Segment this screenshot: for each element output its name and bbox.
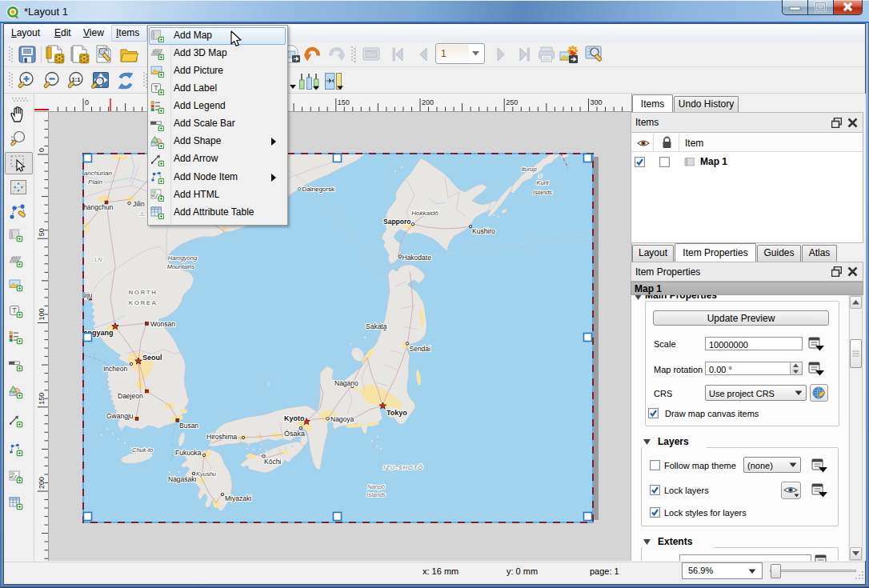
svg-text:50: 50 <box>38 228 46 236</box>
svg-text:1:1: 1:1 <box>72 76 81 83</box>
svg-text:0: 0 <box>38 148 46 152</box>
svg-text:100: 100 <box>38 308 46 320</box>
svg-text:150: 150 <box>338 98 350 106</box>
svg-text:150: 150 <box>38 393 46 405</box>
svg-text:300: 300 <box>591 98 603 106</box>
svg-text:200: 200 <box>38 477 46 489</box>
svg-text:T: T <box>154 84 158 92</box>
svg-text:200: 200 <box>422 98 434 106</box>
svg-text:0: 0 <box>85 98 89 106</box>
svg-text:250: 250 <box>506 98 518 106</box>
svg-text:T: T <box>12 306 17 314</box>
